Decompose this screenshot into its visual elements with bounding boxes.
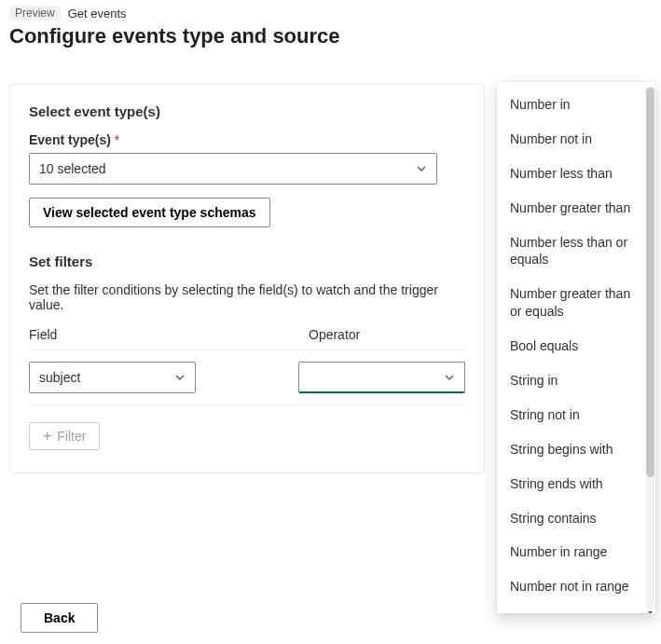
config-panel: Select event type(s) Event type(s) * 10 …	[9, 84, 485, 473]
operator-option[interactable]: Number less than	[497, 157, 655, 191]
event-types-label-text: Event type(s)	[29, 132, 111, 147]
section-title-filters: Set filters	[29, 253, 465, 269]
event-types-select[interactable]: 10 selected	[29, 153, 437, 185]
dropdown-listbox[interactable]: Number inNumber not inNumber less thanNu…	[497, 88, 655, 608]
event-types-section: Select event type(s) Event type(s) * 10 …	[29, 103, 465, 227]
breadcrumb: Preview Get events	[9, 6, 652, 21]
filter-row: subject	[29, 350, 465, 405]
event-types-label: Event type(s) *	[29, 132, 465, 147]
filter-header-field: Field	[29, 327, 309, 342]
field-select[interactable]: subject	[29, 362, 196, 393]
preview-badge: Preview	[9, 6, 61, 21]
operator-option[interactable]: String ends with	[497, 467, 655, 501]
scrollbar-down-arrow[interactable]	[646, 608, 654, 613]
filter-headers: Field Operator	[29, 327, 465, 350]
section-title-event-types: Select event type(s)	[29, 103, 465, 119]
operator-option[interactable]: Number greater than	[497, 191, 655, 226]
page-title: Configure events type and source	[9, 24, 652, 48]
caret-down-icon	[647, 610, 654, 614]
operator-dropdown: Number inNumber not inNumber less thanNu…	[497, 82, 655, 613]
add-filter-label: Filter	[57, 429, 86, 444]
operator-option[interactable]: Number in	[497, 88, 655, 122]
back-button[interactable]: Back	[21, 603, 98, 633]
chevron-down-icon	[444, 372, 455, 383]
filter-table: Field Operator subject	[29, 327, 465, 405]
page-header: Preview Get events Configure events type…	[0, 0, 661, 58]
event-types-selected-text: 10 selected	[39, 161, 106, 176]
field-select-value: subject	[39, 370, 80, 385]
operator-option[interactable]: Number not in	[497, 122, 655, 157]
chevron-down-icon	[416, 163, 427, 174]
operator-option[interactable]: Bool equals	[497, 329, 655, 363]
scrollbar-thumb[interactable]	[646, 88, 654, 477]
operator-option[interactable]: Number greater than or equals	[497, 277, 655, 329]
operator-option[interactable]: Number in range	[497, 535, 655, 569]
view-schemas-button[interactable]: View selected event type schemas	[29, 198, 270, 227]
chevron-down-icon	[174, 372, 186, 383]
plus-icon: +	[43, 429, 51, 444]
operator-option[interactable]: String contains	[497, 501, 655, 536]
context-label: Get events	[68, 7, 127, 21]
operator-option[interactable]: String begins with	[497, 432, 655, 467]
operator-option[interactable]: String in	[497, 363, 655, 398]
operator-select[interactable]	[298, 362, 465, 393]
filters-description: Set the filter conditions by selecting t…	[29, 282, 465, 312]
operator-option[interactable]: Number less than or equals	[497, 226, 655, 278]
filter-header-operator: Operator	[309, 327, 465, 342]
set-filters-section: Set filters Set the filter conditions by…	[29, 253, 465, 450]
operator-option[interactable]: String not in	[497, 398, 655, 432]
required-indicator: *	[115, 132, 119, 147]
operator-option[interactable]: Number not in range	[497, 569, 655, 604]
add-filter-button[interactable]: + Filter	[29, 422, 100, 450]
